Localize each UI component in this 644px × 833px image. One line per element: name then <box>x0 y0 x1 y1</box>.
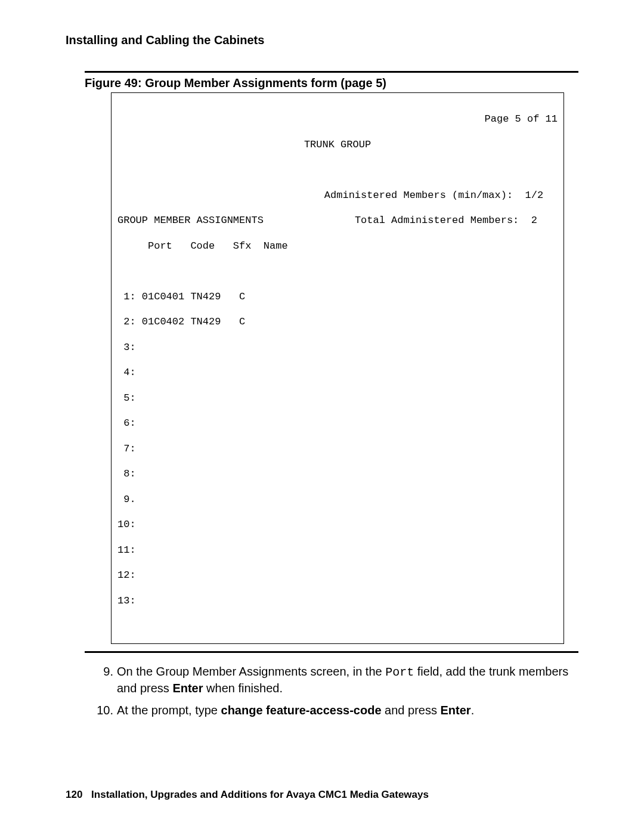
text: At the prompt, type <box>117 704 221 717</box>
terminal-title: TRUNK GROUP <box>117 138 558 151</box>
admin-minmax-label: Administered Members (min/max): <box>324 190 513 201</box>
table-row: 12: <box>117 569 558 581</box>
table-row: 13: <box>117 594 558 607</box>
terminal-group-line: GROUP MEMBER ASSIGNMENTS Total Administe… <box>117 214 558 227</box>
terminal-columns: Port Code Sfx Name <box>117 240 558 252</box>
code-inline: Port <box>385 665 414 679</box>
step-number: 9. <box>85 664 117 696</box>
step-10: 10. At the prompt, type change feature-a… <box>85 702 578 719</box>
command-text: change feature-access-code <box>221 704 382 717</box>
step-9: 9. On the Group Member Assignments scree… <box>85 664 578 696</box>
page: Installing and Cabling the Cabinets Figu… <box>0 0 644 833</box>
table-row: 2: 01C0402 TN429 C <box>117 315 558 328</box>
step-body: At the prompt, type change feature-acces… <box>117 702 578 719</box>
table-row: 7: <box>117 442 558 455</box>
total-value: 2 <box>531 215 537 226</box>
terminal-page-indicator: Page 5 of 11 <box>117 113 558 125</box>
terminal-blank2 <box>117 265 558 277</box>
total-label: Total Administered Members: <box>355 215 519 226</box>
table-row: 5: <box>117 392 558 404</box>
page-footer: 120 Installation, Upgrades and Additions… <box>66 789 429 801</box>
table-row: 10: <box>117 518 558 531</box>
enter-key: Enter <box>441 704 471 717</box>
table-row: 9. <box>117 493 558 506</box>
page-number: 120 <box>66 789 82 800</box>
enter-key: Enter <box>172 682 203 695</box>
table-row: 6: <box>117 417 558 429</box>
text: . <box>471 704 475 717</box>
step-body: On the Group Member Assignments screen, … <box>117 664 578 696</box>
instructions: 9. On the Group Member Assignments scree… <box>85 664 578 719</box>
rule-top <box>85 71 578 73</box>
terminal-screen: Page 5 of 11 TRUNK GROUP Administered Me… <box>111 92 564 644</box>
table-row: 1: 01C0401 TN429 C <box>117 290 558 303</box>
text: and press <box>382 704 441 717</box>
doc-title: Installation, Upgrades and Additions for… <box>91 789 429 800</box>
group-heading: GROUP MEMBER ASSIGNMENTS <box>117 215 264 226</box>
rule-bottom <box>85 651 578 653</box>
table-row: 8: <box>117 467 558 480</box>
text: On the Group Member Assignments screen, … <box>117 665 385 678</box>
figure-caption: Figure 49: Group Member Assignments form… <box>85 76 578 90</box>
terminal-admin-line: Administered Members (min/max): 1/2 <box>117 189 558 202</box>
text: when finished. <box>203 682 283 695</box>
admin-minmax-value: 1/2 <box>525 190 544 201</box>
table-row: 11: <box>117 544 558 556</box>
section-header: Installing and Cabling the Cabinets <box>66 33 578 47</box>
table-row: 3: <box>117 341 558 354</box>
step-number: 10. <box>85 702 117 719</box>
terminal-blank <box>117 163 558 176</box>
table-row: 4: <box>117 366 558 379</box>
